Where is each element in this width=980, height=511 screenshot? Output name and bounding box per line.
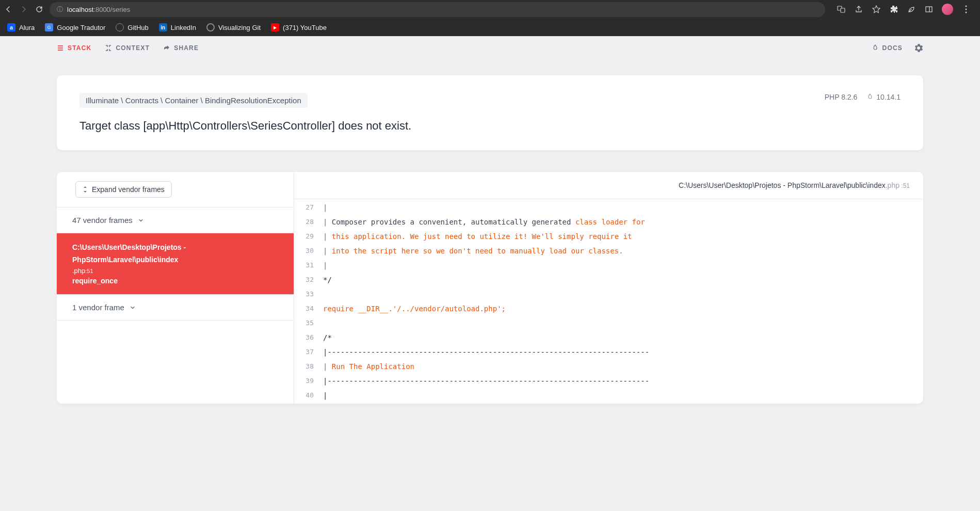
laravel-version: 10.14.1 (866, 93, 901, 101)
url-text: localhost:8000/series (67, 6, 130, 13)
exception-class: Illuminate \ Contracts \ Container \ Bin… (79, 93, 308, 108)
code-line: 38| Run The Application (294, 359, 923, 374)
php-version: PHP 8.2.6 (825, 93, 858, 101)
address-bar[interactable]: ⓘ localhost:8000/series (50, 2, 825, 17)
bookmark-youtube[interactable]: ▶ (371) YouTube (271, 23, 327, 31)
nav-context[interactable]: CONTEXT (105, 44, 150, 52)
svg-rect-1 (841, 8, 845, 12)
code-line: 40| (294, 388, 923, 403)
bookmark-alura[interactable]: a Alura (7, 23, 35, 31)
code-line: 39|-------------------------------------… (294, 374, 923, 388)
linkedin-icon: in (159, 23, 167, 31)
leaf-icon[interactable] (907, 5, 916, 14)
code-panel: C:\Users\User\Desktop\Projetos - PhpStor… (294, 172, 923, 404)
context-icon (105, 44, 112, 52)
svg-point-6 (966, 12, 967, 13)
error-card: Illuminate \ Contracts \ Container \ Bin… (57, 75, 923, 150)
bookmark-linkedin[interactable]: in LinkedIn (159, 23, 196, 31)
bookmark-visualizing-git[interactable]: Visualizing Git (206, 23, 261, 31)
code-line: 36/* (294, 330, 923, 345)
vendor-frame-after[interactable]: 1 vendor frame (57, 294, 294, 321)
code-line: 28| Composer provides a convenient, auto… (294, 215, 923, 229)
google-translate-icon: G (45, 23, 53, 31)
vendor-frames-count[interactable]: 47 vendor frames (57, 207, 294, 233)
bookmark-github[interactable]: GitHub (116, 23, 148, 31)
alura-icon: a (7, 23, 15, 31)
frames-sidebar: Expand vendor frames 47 vendor frames C:… (57, 172, 294, 404)
code-line: 35 (294, 316, 923, 330)
reload-button[interactable] (35, 5, 43, 13)
github-icon (116, 23, 124, 31)
avatar[interactable] (942, 4, 953, 15)
laravel-icon (866, 93, 874, 101)
visualizing-git-icon (206, 23, 215, 31)
fire-icon (872, 44, 879, 52)
code-lines: 27|28| Composer provides a convenient, a… (294, 199, 923, 404)
stack-icon (57, 44, 64, 52)
code-line: 27| (294, 200, 923, 215)
svg-point-4 (966, 6, 967, 7)
code-line: 37|-------------------------------------… (294, 345, 923, 359)
site-info-icon: ⓘ (57, 5, 63, 14)
code-line: 30| into the script here so we don't nee… (294, 244, 923, 258)
share-arrow-icon (163, 44, 170, 52)
nav-stack[interactable]: STACK (57, 44, 91, 52)
code-line: 34require __DIR__.'/../vendor/autoload.p… (294, 301, 923, 316)
star-icon[interactable] (872, 5, 881, 14)
docs-link[interactable]: DOCS (872, 44, 903, 52)
chevron-down-icon (138, 217, 144, 223)
code-line: 32*/ (294, 273, 923, 287)
svg-point-5 (966, 9, 967, 10)
settings-button[interactable] (914, 43, 923, 53)
active-stack-frame[interactable]: C:\Users\User\Desktop\Projetos - PhpStor… (57, 233, 294, 294)
code-line: 29| this application. We just need to ut… (294, 229, 923, 244)
back-button[interactable] (4, 5, 12, 13)
translate-icon[interactable] (837, 5, 846, 14)
youtube-icon: ▶ (271, 23, 279, 31)
chevron-down-icon (130, 305, 136, 311)
expand-icon (83, 186, 88, 193)
bookmarks-bar: a Alura G Google Tradutor GitHub in Link… (0, 19, 980, 36)
panel-icon[interactable] (924, 5, 934, 14)
code-file-path: C:\Users\User\Desktop\Projetos - PhpStor… (294, 172, 923, 199)
code-line: 33 (294, 287, 923, 301)
nav-share[interactable]: SHARE (163, 44, 199, 52)
bookmark-google-tradutor[interactable]: G Google Tradutor (45, 23, 105, 31)
expand-vendor-button[interactable]: Expand vendor frames (75, 181, 172, 198)
svg-rect-2 (926, 7, 932, 12)
menu-icon[interactable] (961, 5, 971, 14)
extensions-icon[interactable] (889, 5, 898, 14)
forward-button[interactable] (20, 5, 28, 13)
share-icon[interactable] (854, 5, 863, 14)
error-message: Target class [app\Http\Controllers\Serie… (79, 119, 901, 133)
code-line: 31| (294, 258, 923, 273)
gear-icon (914, 43, 923, 53)
